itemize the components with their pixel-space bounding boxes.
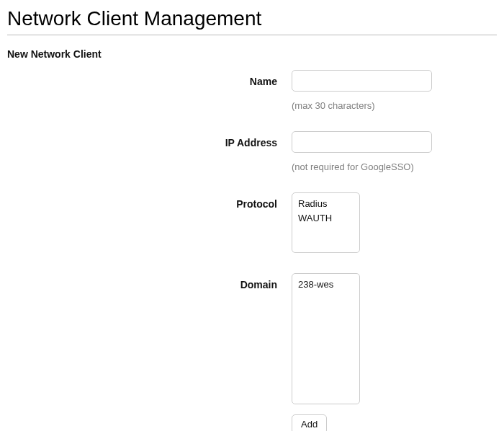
protocol-label: Protocol [7, 192, 292, 210]
ip-input[interactable] [292, 131, 432, 153]
domain-select[interactable]: 238-wes [292, 273, 360, 404]
domain-option[interactable]: 238-wes [292, 277, 359, 291]
section-title: New Network Client [7, 48, 497, 60]
ip-label: IP Address [7, 131, 292, 148]
row-submit: Add [7, 410, 497, 431]
name-label: Name [7, 70, 292, 87]
add-button[interactable]: Add [292, 414, 327, 431]
row-ip: IP Address (not required for GoogleSSO) [7, 131, 497, 172]
row-name: Name (max 30 characters) [7, 70, 497, 111]
domain-label: Domain [7, 273, 292, 290]
row-domain: Domain 238-wes [7, 273, 497, 404]
name-hint: (max 30 characters) [292, 100, 432, 111]
page-title: Network Client Management [7, 7, 497, 30]
protocol-field-col: Radius WAUTH [292, 192, 360, 253]
ip-field-col: (not required for GoogleSSO) [292, 131, 432, 172]
protocol-option[interactable]: WAUTH [292, 210, 359, 225]
name-field-col: (max 30 characters) [292, 70, 432, 111]
name-input[interactable] [292, 70, 432, 92]
row-protocol: Protocol Radius WAUTH [7, 192, 497, 253]
protocol-select[interactable]: Radius WAUTH [292, 192, 360, 253]
protocol-option[interactable]: Radius [292, 196, 359, 210]
submit-col: Add [292, 410, 327, 431]
ip-hint: (not required for GoogleSSO) [292, 161, 432, 172]
domain-field-col: 238-wes [292, 273, 360, 404]
title-rule [7, 35, 497, 35]
page-root: Network Client Management New Network Cl… [0, 0, 504, 431]
